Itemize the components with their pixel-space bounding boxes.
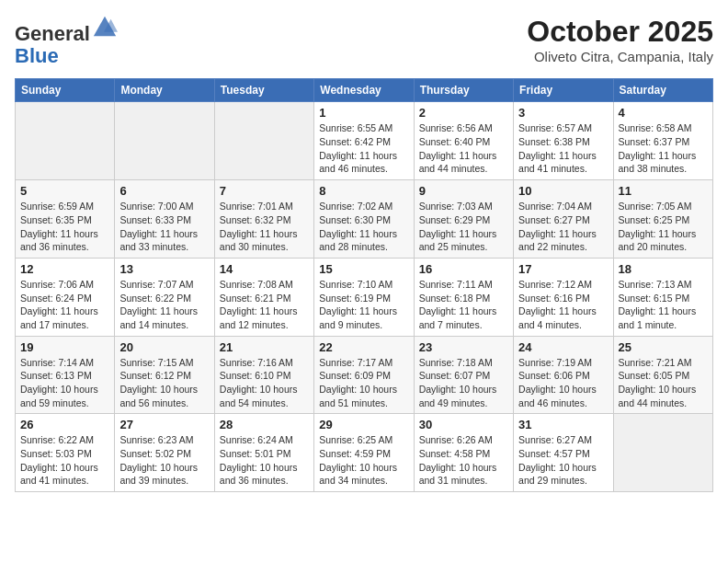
calendar-cell: 7Sunrise: 7:01 AM Sunset: 6:32 PM Daylig… xyxy=(214,180,313,259)
calendar-cell: 2Sunrise: 6:56 AM Sunset: 6:40 PM Daylig… xyxy=(414,102,513,180)
day-info: Sunrise: 6:58 AM Sunset: 6:37 PM Dayligh… xyxy=(619,121,708,176)
day-info: Sunrise: 7:21 AM Sunset: 6:05 PM Dayligh… xyxy=(619,356,708,410)
day-number: 18 xyxy=(619,262,708,276)
day-info: Sunrise: 6:25 AM Sunset: 4:59 PM Dayligh… xyxy=(319,433,408,488)
day-number: 25 xyxy=(619,340,708,354)
day-number: 27 xyxy=(119,418,209,431)
day-number: 24 xyxy=(518,340,608,354)
day-number: 17 xyxy=(518,262,608,276)
day-info: Sunrise: 7:15 AM Sunset: 6:12 PM Dayligh… xyxy=(119,356,209,410)
day-number: 30 xyxy=(419,418,508,431)
day-number: 23 xyxy=(419,340,508,354)
calendar-cell: 30Sunrise: 6:26 AM Sunset: 4:58 PM Dayli… xyxy=(414,414,513,492)
calendar-cell: 11Sunrise: 7:05 AM Sunset: 6:25 PM Dayli… xyxy=(613,180,712,259)
day-info: Sunrise: 7:05 AM Sunset: 6:25 PM Dayligh… xyxy=(619,200,708,254)
calendar-cell: 14Sunrise: 7:08 AM Sunset: 6:21 PM Dayli… xyxy=(214,258,313,336)
calendar-cell: 16Sunrise: 7:11 AM Sunset: 6:18 PM Dayli… xyxy=(414,258,513,336)
day-info: Sunrise: 7:19 AM Sunset: 6:06 PM Dayligh… xyxy=(518,356,608,410)
calendar-cell: 24Sunrise: 7:19 AM Sunset: 6:06 PM Dayli… xyxy=(514,336,613,414)
day-info: Sunrise: 6:23 AM Sunset: 5:02 PM Dayligh… xyxy=(119,433,209,488)
day-info: Sunrise: 6:26 AM Sunset: 4:58 PM Dayligh… xyxy=(419,433,508,488)
day-info: Sunrise: 6:59 AM Sunset: 6:35 PM Dayligh… xyxy=(20,200,109,254)
day-number: 14 xyxy=(220,262,309,276)
day-info: Sunrise: 7:07 AM Sunset: 6:22 PM Dayligh… xyxy=(119,278,209,332)
calendar-cell: 17Sunrise: 7:12 AM Sunset: 6:16 PM Dayli… xyxy=(514,258,613,336)
day-info: Sunrise: 7:03 AM Sunset: 6:29 PM Dayligh… xyxy=(419,200,508,254)
calendar-cell: 8Sunrise: 7:02 AM Sunset: 6:30 PM Daylig… xyxy=(314,180,414,259)
calendar-week-5: 26Sunrise: 6:22 AM Sunset: 5:03 PM Dayli… xyxy=(16,414,713,492)
calendar-cell: 19Sunrise: 7:14 AM Sunset: 6:13 PM Dayli… xyxy=(16,336,115,414)
calendar-cell: 4Sunrise: 6:58 AM Sunset: 6:37 PM Daylig… xyxy=(613,102,712,180)
day-info: Sunrise: 7:13 AM Sunset: 6:15 PM Dayligh… xyxy=(619,278,708,332)
day-info: Sunrise: 7:00 AM Sunset: 6:33 PM Dayligh… xyxy=(119,200,209,254)
day-info: Sunrise: 7:01 AM Sunset: 6:32 PM Dayligh… xyxy=(220,200,309,254)
day-info: Sunrise: 6:27 AM Sunset: 4:57 PM Dayligh… xyxy=(518,433,608,488)
calendar-cell: 15Sunrise: 7:10 AM Sunset: 6:19 PM Dayli… xyxy=(314,258,414,336)
calendar-cell: 5Sunrise: 6:59 AM Sunset: 6:35 PM Daylig… xyxy=(16,180,115,259)
day-number: 20 xyxy=(119,340,209,354)
day-info: Sunrise: 7:17 AM Sunset: 6:09 PM Dayligh… xyxy=(319,356,408,410)
logo-general: General xyxy=(15,22,90,45)
day-info: Sunrise: 7:08 AM Sunset: 6:21 PM Dayligh… xyxy=(220,278,309,332)
day-number: 26 xyxy=(20,418,109,431)
day-number: 15 xyxy=(319,262,408,276)
day-info: Sunrise: 7:02 AM Sunset: 6:30 PM Dayligh… xyxy=(319,200,408,254)
day-number: 1 xyxy=(319,106,408,120)
day-number: 10 xyxy=(518,184,608,198)
header-thursday: Thursday xyxy=(414,79,513,102)
day-number: 29 xyxy=(319,418,408,431)
header-saturday: Saturday xyxy=(613,79,712,102)
day-number: 4 xyxy=(619,106,708,120)
calendar-cell: 23Sunrise: 7:18 AM Sunset: 6:07 PM Dayli… xyxy=(414,336,513,414)
calendar-cell: 13Sunrise: 7:07 AM Sunset: 6:22 PM Dayli… xyxy=(115,258,214,336)
calendar-cell: 28Sunrise: 6:24 AM Sunset: 5:01 PM Dayli… xyxy=(214,414,313,492)
calendar-cell: 21Sunrise: 7:16 AM Sunset: 6:10 PM Dayli… xyxy=(214,336,313,414)
calendar-cell xyxy=(613,414,712,492)
header-monday: Monday xyxy=(115,79,214,102)
day-number: 19 xyxy=(20,340,109,354)
day-info: Sunrise: 6:24 AM Sunset: 5:01 PM Dayligh… xyxy=(220,433,309,488)
calendar-week-4: 19Sunrise: 7:14 AM Sunset: 6:13 PM Dayli… xyxy=(16,336,713,414)
day-info: Sunrise: 7:10 AM Sunset: 6:19 PM Dayligh… xyxy=(319,278,408,332)
day-number: 22 xyxy=(319,340,408,354)
calendar-cell: 1Sunrise: 6:55 AM Sunset: 6:42 PM Daylig… xyxy=(314,102,414,180)
calendar-cell: 31Sunrise: 6:27 AM Sunset: 4:57 PM Dayli… xyxy=(514,414,613,492)
header-tuesday: Tuesday xyxy=(214,79,313,102)
calendar-week-2: 5Sunrise: 6:59 AM Sunset: 6:35 PM Daylig… xyxy=(16,180,713,259)
day-info: Sunrise: 6:22 AM Sunset: 5:03 PM Dayligh… xyxy=(20,433,109,488)
day-number: 16 xyxy=(419,262,508,276)
day-number: 9 xyxy=(419,184,508,198)
day-number: 5 xyxy=(20,184,109,198)
day-number: 7 xyxy=(220,184,309,198)
calendar-week-3: 12Sunrise: 7:06 AM Sunset: 6:24 PM Dayli… xyxy=(16,258,713,336)
calendar-cell: 20Sunrise: 7:15 AM Sunset: 6:12 PM Dayli… xyxy=(115,336,214,414)
logo-icon xyxy=(92,15,118,40)
calendar-table: SundayMondayTuesdayWednesdayThursdayFrid… xyxy=(15,78,713,492)
day-info: Sunrise: 7:18 AM Sunset: 6:07 PM Dayligh… xyxy=(419,356,508,410)
day-number: 2 xyxy=(419,106,508,120)
day-number: 28 xyxy=(220,418,309,431)
calendar-cell: 12Sunrise: 7:06 AM Sunset: 6:24 PM Dayli… xyxy=(16,258,115,336)
day-number: 31 xyxy=(518,418,608,431)
header-friday: Friday xyxy=(514,79,613,102)
calendar-cell: 18Sunrise: 7:13 AM Sunset: 6:15 PM Dayli… xyxy=(613,258,712,336)
day-info: Sunrise: 7:11 AM Sunset: 6:18 PM Dayligh… xyxy=(419,278,508,332)
day-info: Sunrise: 7:04 AM Sunset: 6:27 PM Dayligh… xyxy=(518,200,608,254)
day-number: 12 xyxy=(20,262,109,276)
day-info: Sunrise: 7:06 AM Sunset: 6:24 PM Dayligh… xyxy=(20,278,109,332)
calendar-cell: 27Sunrise: 6:23 AM Sunset: 5:02 PM Dayli… xyxy=(115,414,214,492)
calendar-cell: 6Sunrise: 7:00 AM Sunset: 6:33 PM Daylig… xyxy=(115,180,214,259)
location: Oliveto Citra, Campania, Italy xyxy=(527,49,713,64)
logo-text: General Blue xyxy=(15,15,118,67)
month-title: October 2025 xyxy=(527,15,713,49)
calendar-cell: 29Sunrise: 6:25 AM Sunset: 4:59 PM Dayli… xyxy=(314,414,414,492)
calendar-header-row: SundayMondayTuesdayWednesdayThursdayFrid… xyxy=(16,79,713,102)
calendar-cell: 9Sunrise: 7:03 AM Sunset: 6:29 PM Daylig… xyxy=(414,180,513,259)
calendar-cell: 10Sunrise: 7:04 AM Sunset: 6:27 PM Dayli… xyxy=(514,180,613,259)
calendar-cell xyxy=(115,102,214,180)
day-number: 21 xyxy=(220,340,309,354)
day-number: 8 xyxy=(319,184,408,198)
calendar-week-1: 1Sunrise: 6:55 AM Sunset: 6:42 PM Daylig… xyxy=(16,102,713,180)
day-info: Sunrise: 6:57 AM Sunset: 6:38 PM Dayligh… xyxy=(518,121,608,176)
day-info: Sunrise: 7:12 AM Sunset: 6:16 PM Dayligh… xyxy=(518,278,608,332)
